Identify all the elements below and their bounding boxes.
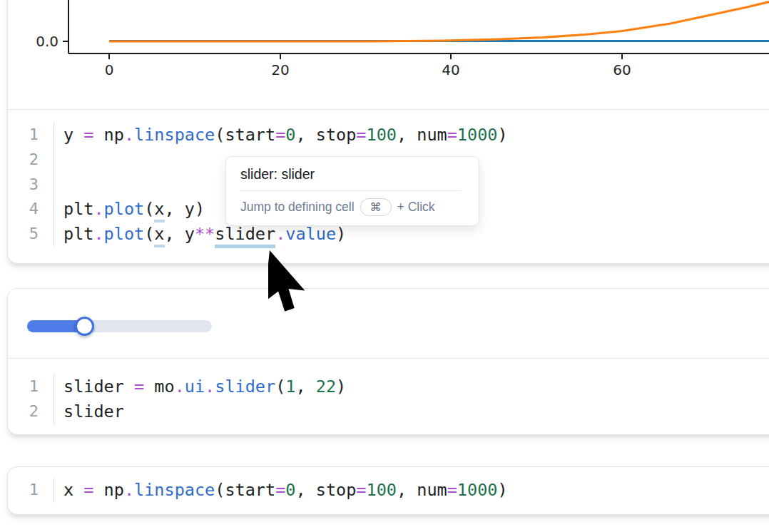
x-tick-label: 60	[613, 61, 631, 78]
slider-output	[8, 289, 769, 359]
marimo-notebook: 0.00204060 1y = np.linspace(start=0, sto…	[0, 0, 769, 532]
command-key-glyph: ⌘	[370, 200, 382, 214]
code-text[interactable]: slider = mo.ui.slider(1, 22)	[54, 374, 346, 399]
line-number: 4	[8, 197, 54, 222]
x-tick-label: 20	[271, 61, 289, 78]
y-tick-label: 0.0	[36, 33, 58, 50]
code-editor-x[interactable]: 1x = np.linspace(start=0, stop=100, num=…	[8, 467, 769, 514]
code-text[interactable]	[54, 148, 63, 173]
tooltip-footer: Jump to defining cell ⌘ + Click	[226, 191, 479, 225]
line-number: 2	[8, 148, 54, 173]
command-key-badge: ⌘	[360, 198, 392, 216]
line-number: 1	[8, 374, 54, 399]
code-line[interactable]: 1y = np.linspace(start=0, stop=100, num=…	[8, 123, 769, 148]
code-line[interactable]: 2slider	[8, 399, 769, 424]
code-text[interactable]: x = np.linspace(start=0, stop=100, num=1…	[54, 478, 508, 503]
matplotlib-figure: 0.00204060	[8, 0, 769, 110]
slider-track[interactable]	[27, 320, 212, 332]
slider-thumb[interactable]	[75, 317, 94, 336]
x-tick-label: 0	[105, 61, 114, 78]
tooltip-click-label: + Click	[397, 200, 435, 215]
notebook-cell-x: 1x = np.linspace(start=0, stop=100, num=…	[7, 466, 769, 515]
line-number: 3	[8, 173, 54, 198]
x-tick-label: 40	[442, 61, 459, 78]
series-line-orange	[109, 0, 769, 41]
code-text[interactable]: plt.plot(x, y)	[54, 197, 205, 222]
tooltip-title: slider: slider	[226, 157, 479, 190]
code-text[interactable]: y = np.linspace(start=0, stop=100, num=1…	[54, 123, 508, 148]
cursor-pointer	[268, 250, 325, 322]
code-text[interactable]: slider	[54, 399, 124, 424]
notebook-cell-slider: 1slider = mo.ui.slider(1, 22)2slider	[7, 288, 769, 435]
code-line[interactable]: 1x = np.linspace(start=0, stop=100, num=…	[8, 478, 769, 503]
line-number: 2	[8, 399, 54, 424]
code-line[interactable]: 1slider = mo.ui.slider(1, 22)	[8, 374, 769, 399]
tooltip-action-label: Jump to defining cell	[240, 200, 355, 215]
variable-reference[interactable]: x	[154, 199, 164, 222]
line-number: 1	[8, 123, 54, 148]
line-number: 1	[8, 478, 54, 503]
line-number: 5	[8, 222, 54, 247]
code-editor-slider[interactable]: 1slider = mo.ui.slider(1, 22)2slider	[8, 359, 769, 434]
plot-output: 0.00204060	[8, 0, 769, 110]
variable-reference[interactable]: slider	[215, 224, 275, 248]
variable-reference[interactable]: x	[154, 224, 164, 247]
code-text[interactable]	[54, 173, 63, 198]
variable-tooltip: slider: slider Jump to defining cell ⌘ +…	[225, 156, 479, 226]
